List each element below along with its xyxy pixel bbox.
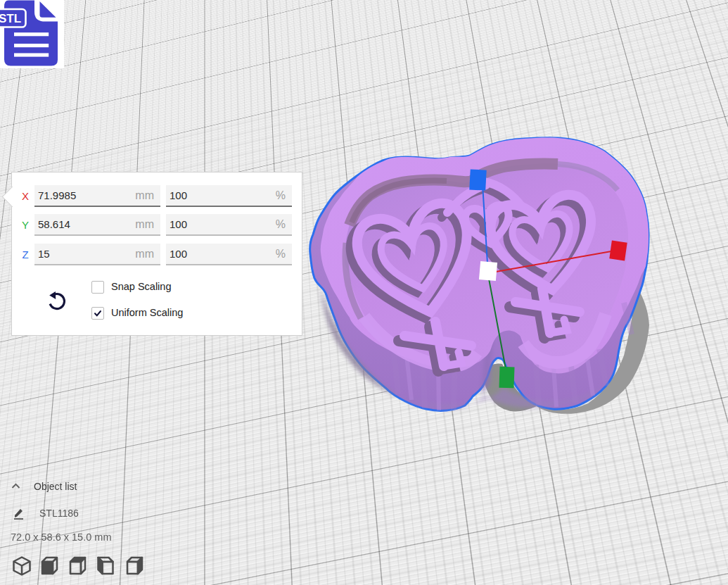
svg-text:STL: STL [0, 12, 21, 25]
